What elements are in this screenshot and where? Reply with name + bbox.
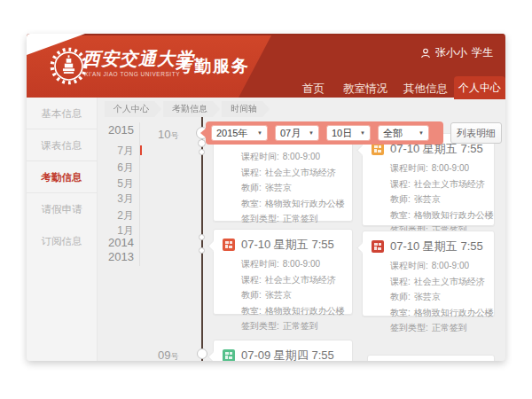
user-menu[interactable]: 张小小 学生	[420, 45, 493, 60]
card-title: 07-09 星期四 7:55	[241, 348, 334, 361]
chevron-down-icon: ▼	[360, 130, 365, 136]
sidebar-item-leave-request[interactable]: 请假申请	[27, 193, 97, 225]
nav-month-may[interactable]: 5月	[117, 177, 134, 190]
attendance-card: 07-10 星期五 7:55 课程时间:8:00-9:00 课程:社会主义市场经…	[213, 229, 353, 315]
active-month-marker	[140, 145, 142, 155]
attendance-type-icon	[372, 143, 384, 155]
attendance-card: 07-10 星期五 7:55 课程时间:8:00-9:00 课程:社会主义市场经…	[362, 231, 495, 317]
timeline-node	[199, 247, 205, 254]
chevron-down-icon: ▼	[309, 130, 314, 136]
attendance-card: 07-10 星期五 7:55 课程时间:8:00-9:00 课程:社会主义市场经…	[362, 133, 495, 226]
nav-classroom[interactable]: 教室情况	[343, 82, 387, 97]
sidebar-item-subscription-info[interactable]: 订阅信息	[27, 225, 97, 257]
nav-personal-center[interactable]: 个人中心	[454, 76, 505, 99]
breadcrumb-timeline[interactable]: 时间轴	[222, 101, 270, 117]
user-icon	[420, 48, 431, 59]
filter-bar: 2015年 ▼ 07月 ▼ 10日 ▼ 全部 ▼	[206, 121, 443, 145]
type-dropdown[interactable]: 全部 ▼	[378, 125, 429, 141]
day-marker-09: 09号	[158, 347, 178, 361]
sidebar-item-schedule-info[interactable]: 课表信息	[27, 129, 97, 161]
nav-year-2015[interactable]: 2015	[108, 124, 134, 137]
breadcrumb-attendance-info[interactable]: 考勤信息	[163, 101, 220, 117]
attendance-card-clipped	[367, 355, 495, 361]
day-dropdown[interactable]: 10日 ▼	[326, 125, 371, 141]
chevron-down-icon: ▼	[419, 130, 424, 136]
nav-year-2013[interactable]: 2013	[108, 251, 134, 263]
timeline-date-nav: 2015 7月 6月 5月 3月 2月 1月 2014 2013	[103, 122, 140, 266]
sidebar-item-basic-info[interactable]: 基本信息	[27, 98, 97, 129]
sidebar: 基本信息 课表信息 考勤信息 请假申请 订阅信息	[27, 98, 98, 361]
timeline-node	[199, 234, 205, 240]
timeline-node	[197, 348, 207, 359]
list-detail-button[interactable]: 列表明细	[450, 122, 502, 144]
card-title: 07-10 星期五 7:55	[241, 237, 334, 253]
attendance-type-icon	[372, 240, 384, 253]
attendance-type-icon	[223, 239, 235, 251]
month-dropdown[interactable]: 07月 ▼	[275, 125, 319, 141]
nav-month-feb[interactable]: 2月	[117, 209, 134, 222]
app-window: 西安交通大学 XI'AN JIAO TONG UNIVERSITY 考勤服务 张…	[27, 34, 505, 361]
year-dropdown[interactable]: 2015年 ▼	[211, 125, 268, 141]
university-name-en: XI'AN JIAO TONG UNIVERSITY	[84, 71, 180, 77]
timeline-node	[198, 139, 206, 147]
nav-month-jan[interactable]: 1月	[117, 224, 134, 237]
nav-year-2014[interactable]: 2014	[108, 237, 134, 249]
nav-month-mar[interactable]: 3月	[117, 192, 134, 205]
attendance-type-icon	[223, 349, 235, 361]
timeline-node	[199, 149, 205, 155]
app-title: 考勤服务	[176, 55, 250, 78]
attendance-card: 07-09 星期四 7:55	[213, 340, 353, 361]
breadcrumb: 个人中心 考勤信息 时间轴	[105, 101, 270, 117]
nav-month-jun[interactable]: 6月	[117, 161, 134, 174]
nav-month-jul[interactable]: 7月	[117, 145, 134, 157]
header: 西安交通大学 XI'AN JIAO TONG UNIVERSITY 考勤服务 张…	[27, 34, 505, 98]
user-role: 学生	[472, 45, 493, 60]
nav-other-info[interactable]: 其他信息	[403, 82, 448, 97]
breadcrumb-personal-center[interactable]: 个人中心	[105, 101, 161, 117]
card-title: 07-10 星期五 7:55	[390, 239, 483, 254]
day-marker-10: 10号	[158, 126, 178, 142]
nav-home[interactable]: 首页	[302, 82, 325, 97]
user-name: 张小小	[435, 45, 467, 60]
chevron-down-icon: ▼	[257, 130, 262, 136]
sidebar-item-attendance-info[interactable]: 考勤信息	[27, 161, 97, 193]
